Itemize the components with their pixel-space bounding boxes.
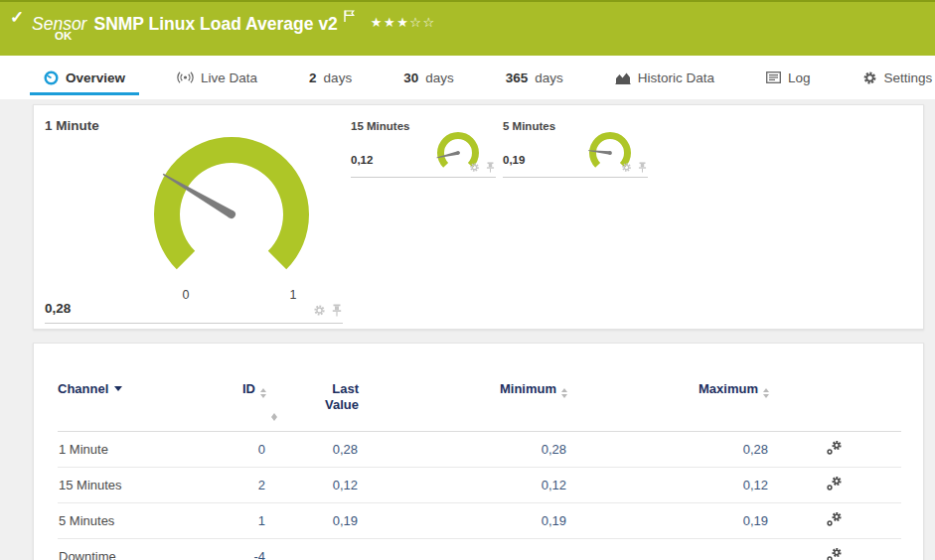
channel-minimum: 0,28 bbox=[359, 432, 567, 468]
sort-icon bbox=[561, 388, 567, 398]
channel-id: 1 bbox=[207, 503, 266, 539]
channels-panel: Channel ID Last Value Minimum Maximum bbox=[33, 343, 924, 560]
tab-30-days[interactable]: 30 days bbox=[390, 56, 468, 99]
channel-last-value bbox=[266, 539, 359, 560]
gauge-divider bbox=[351, 177, 496, 178]
channel-table: Channel ID Last Value Minimum Maximum bbox=[58, 381, 901, 560]
gauge-settings-gear-icon[interactable] bbox=[621, 162, 632, 173]
gauge-1min-value: 0,28 bbox=[45, 301, 71, 316]
tab-settings[interactable]: Settings bbox=[849, 56, 935, 99]
tab-bar: Overview Live Data 2 days 30 days 365 da… bbox=[0, 56, 935, 99]
gauge-15min-title: 15 Minutes bbox=[351, 120, 409, 132]
channel-maximum: 0,19 bbox=[567, 503, 769, 539]
channel-settings-gears-icon[interactable] bbox=[826, 547, 843, 560]
channel-minimum bbox=[359, 539, 567, 560]
channel-id: 2 bbox=[207, 468, 266, 503]
column-header-id[interactable]: ID bbox=[207, 381, 266, 432]
table-row: 15 Minutes 2 0,12 0,12 0,12 bbox=[58, 468, 901, 503]
gauge-pin-icon[interactable] bbox=[332, 304, 342, 317]
historic-data-chart-icon bbox=[615, 71, 631, 84]
sensor-status-badge: OK bbox=[55, 30, 72, 42]
column-header-minimum[interactable]: Minimum bbox=[359, 381, 567, 432]
priority-flag-icon[interactable] bbox=[344, 6, 355, 27]
log-list-icon bbox=[766, 71, 781, 83]
gauge-settings-gear-icon[interactable] bbox=[313, 304, 326, 317]
tab-live-data[interactable]: Live Data bbox=[163, 56, 271, 99]
channel-name: Downtime bbox=[58, 539, 207, 560]
gauges-panel: 1 Minute 0 1 0,28 15 Minutes 0,12 5 Minu… bbox=[33, 104, 924, 330]
sort-icon bbox=[271, 413, 359, 421]
gauge-1min-title: 1 Minute bbox=[45, 118, 99, 133]
channel-settings-gears-icon[interactable] bbox=[826, 511, 843, 527]
gauge-settings-gear-icon[interactable] bbox=[469, 162, 480, 173]
channel-name: 1 Minute bbox=[58, 432, 207, 468]
channel-id: -4 bbox=[207, 539, 266, 560]
channel-settings-gears-icon[interactable] bbox=[826, 440, 843, 456]
channel-settings-gears-icon[interactable] bbox=[826, 476, 843, 491]
table-row: 1 Minute 0 0,28 0,28 0,28 bbox=[58, 432, 901, 468]
channel-minimum: 0,12 bbox=[359, 468, 567, 503]
live-data-broadcast-icon bbox=[177, 70, 194, 84]
channel-maximum: 0,28 bbox=[567, 432, 769, 468]
settings-gear-icon bbox=[862, 70, 877, 85]
sort-desc-icon bbox=[114, 386, 122, 391]
gauge-arc bbox=[154, 137, 309, 269]
gauge-15min-value: 0,12 bbox=[351, 154, 373, 166]
gauge-5min-value: 0,19 bbox=[503, 154, 525, 166]
column-header-actions bbox=[769, 381, 901, 432]
sort-icon bbox=[763, 388, 769, 398]
channel-id: 0 bbox=[207, 432, 266, 468]
channel-maximum: 0,12 bbox=[567, 468, 769, 503]
gauge-scale-max: 1 bbox=[282, 288, 304, 302]
gauge-divider bbox=[503, 177, 648, 178]
gauge-divider bbox=[45, 323, 343, 324]
tab-log[interactable]: Log bbox=[752, 56, 825, 99]
gauge-pin-icon[interactable] bbox=[638, 162, 647, 173]
favorite-stars[interactable]: ★★★☆☆ bbox=[371, 15, 436, 30]
gauge-5min-title: 5 Minutes bbox=[503, 120, 555, 132]
column-header-maximum[interactable]: Maximum bbox=[567, 381, 769, 432]
overview-gauge-icon bbox=[44, 70, 59, 85]
gauge-scale-min: 0 bbox=[175, 288, 197, 302]
tab-historic-data[interactable]: Historic Data bbox=[601, 56, 728, 99]
channel-minimum: 0,19 bbox=[359, 503, 567, 539]
sensor-title: SNMP Linux Load Average v2 bbox=[93, 14, 337, 34]
tab-2-days[interactable]: 2 days bbox=[295, 56, 366, 99]
gauge-1min bbox=[147, 127, 316, 291]
status-check-icon: ✓ bbox=[10, 7, 24, 28]
sensor-header: ✓ SensorSNMP Linux Load Average v2★★★☆☆ … bbox=[0, 0, 935, 56]
table-row: 5 Minutes 1 0,19 0,19 0,19 bbox=[58, 503, 901, 539]
channel-name: 15 Minutes bbox=[58, 468, 207, 503]
tab-overview[interactable]: Overview bbox=[30, 56, 139, 99]
column-header-last-value[interactable]: Last Value bbox=[266, 381, 359, 432]
channel-maximum bbox=[567, 539, 769, 560]
channel-last-value: 0,19 bbox=[266, 503, 359, 539]
column-header-channel[interactable]: Channel bbox=[58, 381, 207, 432]
tab-365-days[interactable]: 365 days bbox=[492, 56, 577, 99]
channel-name: 5 Minutes bbox=[58, 503, 207, 539]
gauge-pin-icon[interactable] bbox=[486, 162, 495, 173]
sort-icon bbox=[260, 388, 266, 398]
table-row: Downtime -4 bbox=[58, 539, 901, 560]
channel-last-value: 0,28 bbox=[266, 432, 359, 468]
channel-last-value: 0,12 bbox=[266, 468, 359, 503]
